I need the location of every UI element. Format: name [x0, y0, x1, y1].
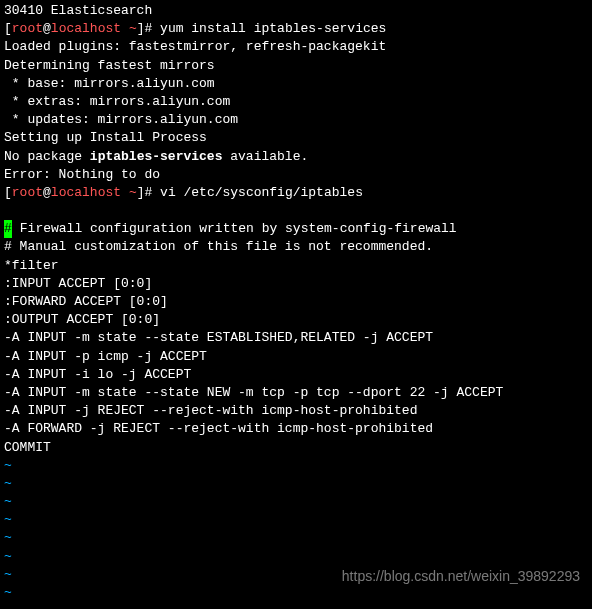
output-line: Setting up Install Process — [4, 129, 588, 147]
host: localhost — [51, 185, 121, 200]
vi-line[interactable]: # Firewall configuration written by syst… — [4, 220, 588, 238]
vi-line[interactable]: *filter — [4, 257, 588, 275]
user: root — [12, 185, 43, 200]
package-name: iptables-services — [90, 149, 223, 164]
output-line: * updates: mirrors.aliyun.com — [4, 111, 588, 129]
output-text: No package — [4, 149, 90, 164]
cwd: ~ — [129, 185, 137, 200]
cwd: ~ — [129, 21, 137, 36]
output-text: available. — [222, 149, 308, 164]
vi-tilde-line: ~ — [4, 493, 588, 511]
vi-tilde-line: ~ — [4, 475, 588, 493]
user: root — [12, 21, 43, 36]
blank-line — [4, 202, 588, 220]
vi-line[interactable]: -A INPUT -j REJECT --reject-with icmp-ho… — [4, 402, 588, 420]
vi-text: Firewall configuration written by system… — [12, 221, 457, 236]
output-line: No package iptables-services available. — [4, 148, 588, 166]
vi-tilde-line: ~ — [4, 548, 588, 566]
vi-line[interactable]: # Manual customization of this file is n… — [4, 238, 588, 256]
vi-tilde-line: ~ — [4, 602, 588, 609]
vi-line[interactable]: -A INPUT -m state --state NEW -m tcp -p … — [4, 384, 588, 402]
output-line: Determining fastest mirrors — [4, 57, 588, 75]
vi-line[interactable]: -A FORWARD -j REJECT --reject-with icmp-… — [4, 420, 588, 438]
vi-line[interactable]: COMMIT — [4, 439, 588, 457]
vi-line[interactable]: :FORWARD ACCEPT [0:0] — [4, 293, 588, 311]
output-line: Loaded plugins: fastestmirror, refresh-p… — [4, 38, 588, 56]
vi-line[interactable]: :INPUT ACCEPT [0:0] — [4, 275, 588, 293]
top-fragment: 30410 Elasticsearch — [4, 2, 588, 20]
command-2: vi /etc/sysconfig/iptables — [160, 185, 363, 200]
prompt-line-1[interactable]: [root@localhost ~]# yum install iptables… — [4, 20, 588, 38]
cursor: # — [4, 220, 12, 238]
host: localhost — [51, 21, 121, 36]
output-line: * base: mirrors.aliyun.com — [4, 75, 588, 93]
command-1: yum install iptables-services — [160, 21, 386, 36]
vi-tilde-line: ~ — [4, 529, 588, 547]
prompt-line-2[interactable]: [root@localhost ~]# vi /etc/sysconfig/ip… — [4, 184, 588, 202]
output-line: Error: Nothing to do — [4, 166, 588, 184]
output-line: * extras: mirrors.aliyun.com — [4, 93, 588, 111]
vi-line[interactable]: :OUTPUT ACCEPT [0:0] — [4, 311, 588, 329]
vi-tilde-line: ~ — [4, 511, 588, 529]
watermark: https://blog.csdn.net/weixin_39892293 — [342, 567, 580, 587]
vi-line[interactable]: -A INPUT -m state --state ESTABLISHED,RE… — [4, 329, 588, 347]
vi-tilde-line: ~ — [4, 457, 588, 475]
vi-line[interactable]: -A INPUT -p icmp -j ACCEPT — [4, 348, 588, 366]
vi-line[interactable]: -A INPUT -i lo -j ACCEPT — [4, 366, 588, 384]
